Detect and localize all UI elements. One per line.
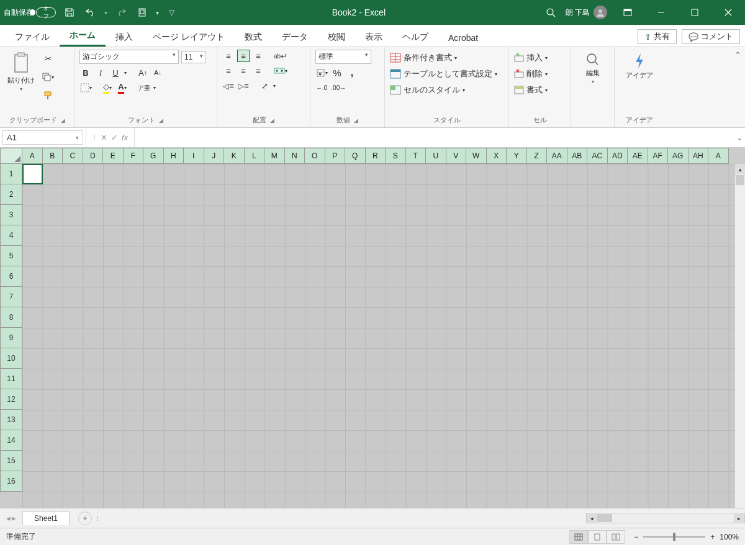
dialog-launcher-icon[interactable]: ◢ xyxy=(270,117,274,124)
borders-icon[interactable]: ▾ xyxy=(79,82,93,94)
editing-button[interactable]: 編集 ▾ xyxy=(583,50,603,87)
column-header[interactable]: E xyxy=(103,148,124,164)
row-header[interactable]: 3 xyxy=(0,205,22,225)
row-header[interactable]: 13 xyxy=(0,410,22,430)
column-header[interactable]: K xyxy=(224,148,245,164)
autosave-toggle[interactable]: 自動保存 オフ xyxy=(4,7,56,18)
format-cells-button[interactable]: 書式▾ xyxy=(514,84,548,96)
row-header[interactable]: 9 xyxy=(0,328,22,348)
column-header[interactable]: R xyxy=(366,148,386,164)
column-header[interactable]: S xyxy=(386,148,406,164)
close-icon[interactable] xyxy=(715,4,741,21)
cancel-icon[interactable]: ✕ xyxy=(101,133,107,142)
column-header[interactable]: D xyxy=(83,148,104,164)
wrap-text-icon[interactable]: ab↵ xyxy=(273,50,288,62)
align-center-icon[interactable]: ≡ xyxy=(237,65,250,77)
column-header[interactable]: I xyxy=(184,148,204,164)
comments-button[interactable]: 💬コメント xyxy=(682,29,740,44)
scroll-up-icon[interactable]: ▴ xyxy=(735,164,745,174)
scroll-left-icon[interactable]: ◂ xyxy=(587,513,597,523)
cell-styles-button[interactable]: セルのスタイル▾ xyxy=(390,84,465,96)
zoom-level[interactable]: 100% xyxy=(720,533,739,541)
column-header[interactable]: Z xyxy=(527,148,548,164)
column-header[interactable]: AE xyxy=(628,148,648,164)
column-header[interactable]: AF xyxy=(648,148,669,164)
zoom-in-icon[interactable]: + xyxy=(710,533,715,541)
cut-icon[interactable]: ✂ xyxy=(41,52,55,65)
fx-icon[interactable]: fx xyxy=(122,133,128,142)
vertical-scrollbar[interactable]: ▴ xyxy=(734,164,745,508)
column-header[interactable]: AG xyxy=(668,148,689,164)
tab-page-layout[interactable]: ページ レイアウト xyxy=(143,28,235,47)
column-header[interactable]: L xyxy=(245,148,265,164)
ribbon-display-icon[interactable] xyxy=(615,4,641,21)
column-header[interactable]: Y xyxy=(507,148,527,164)
tab-insert[interactable]: 挿入 xyxy=(106,28,143,47)
formula-input[interactable] xyxy=(135,130,734,145)
column-header[interactable]: O xyxy=(305,148,325,164)
percent-icon[interactable]: % xyxy=(331,66,343,79)
column-header[interactable]: A xyxy=(708,148,729,164)
column-header[interactable]: AA xyxy=(547,148,567,164)
column-header[interactable]: A xyxy=(22,148,43,164)
row-header[interactable]: 14 xyxy=(0,430,22,451)
align-left-icon[interactable]: ≡ xyxy=(222,65,235,77)
share-button[interactable]: ⇪共有 xyxy=(638,29,677,44)
save-icon[interactable] xyxy=(62,5,77,20)
italic-icon[interactable]: I xyxy=(94,66,107,79)
collapse-ribbon-icon[interactable]: ⌃ xyxy=(730,47,745,62)
conditional-formatting-button[interactable]: 条件付き書式▾ xyxy=(390,52,457,63)
row-header[interactable]: 15 xyxy=(0,451,22,471)
tab-home[interactable]: ホーム xyxy=(60,26,106,47)
row-header[interactable]: 1 xyxy=(0,164,22,184)
column-header[interactable]: Q xyxy=(345,148,366,164)
dialog-launcher-icon[interactable]: ◢ xyxy=(61,117,65,124)
column-header[interactable]: C xyxy=(63,148,83,164)
column-header[interactable]: V xyxy=(446,148,467,164)
sheet-next-icon[interactable]: ▸ xyxy=(12,513,16,523)
enter-icon[interactable]: ✓ xyxy=(111,133,118,142)
merge-icon[interactable]: ▾ xyxy=(273,65,288,77)
zoom-out-icon[interactable]: − xyxy=(634,533,638,541)
cells-area[interactable] xyxy=(22,164,745,508)
delete-cells-button[interactable]: 削除▾ xyxy=(514,68,548,79)
active-cell[interactable] xyxy=(22,164,43,184)
name-box[interactable]: A1▾ xyxy=(2,130,83,145)
row-header[interactable]: 12 xyxy=(0,389,22,410)
insert-cells-button[interactable]: 挿入▾ xyxy=(514,52,548,63)
column-header[interactable]: M xyxy=(264,148,285,164)
tab-formulas[interactable]: 数式 xyxy=(235,28,272,47)
column-header[interactable]: B xyxy=(43,148,63,164)
phonetic-icon[interactable]: ア亜 xyxy=(137,82,151,94)
copy-icon[interactable]: ▾ xyxy=(41,71,55,83)
column-header[interactable]: P xyxy=(325,148,346,164)
sheet-prev-icon[interactable]: ◂ xyxy=(6,513,11,523)
column-header[interactable]: AC xyxy=(587,148,608,164)
align-middle-icon[interactable]: ≡ xyxy=(237,50,250,62)
row-header[interactable]: 5 xyxy=(0,246,22,266)
align-right-icon[interactable]: ≡ xyxy=(252,65,264,77)
accounting-format-icon[interactable]: ¥▾ xyxy=(315,66,328,79)
increase-font-icon[interactable]: A↑ xyxy=(137,66,149,79)
user-account[interactable]: 朗 下島 xyxy=(566,6,607,19)
paste-button[interactable]: 貼り付け ▾ xyxy=(5,50,37,94)
column-header[interactable]: W xyxy=(466,148,487,164)
tab-file[interactable]: ファイル xyxy=(5,28,60,47)
normal-view-icon[interactable] xyxy=(569,530,588,544)
column-header[interactable]: G xyxy=(143,148,164,164)
minimize-icon[interactable] xyxy=(648,4,674,21)
increase-decimal-icon[interactable]: ←.0 xyxy=(315,81,328,94)
increase-indent-icon[interactable]: ▷≡ xyxy=(237,79,250,92)
page-break-view-icon[interactable] xyxy=(607,530,625,544)
font-name-select[interactable]: 游ゴシック▾ xyxy=(79,50,179,64)
horizontal-scrollbar[interactable]: ◂ ▸ xyxy=(586,513,745,523)
row-header[interactable]: 11 xyxy=(0,369,22,389)
font-color-icon[interactable]: A▾ xyxy=(116,81,129,94)
align-bottom-icon[interactable]: ≡ xyxy=(252,50,264,62)
tab-data[interactable]: データ xyxy=(272,28,318,47)
comma-icon[interactable]: , xyxy=(346,66,358,79)
column-header[interactable]: U xyxy=(426,148,446,164)
decrease-font-icon[interactable]: A↓ xyxy=(151,66,164,79)
row-header[interactable]: 7 xyxy=(0,287,22,307)
touch-mode-icon[interactable] xyxy=(135,5,150,20)
